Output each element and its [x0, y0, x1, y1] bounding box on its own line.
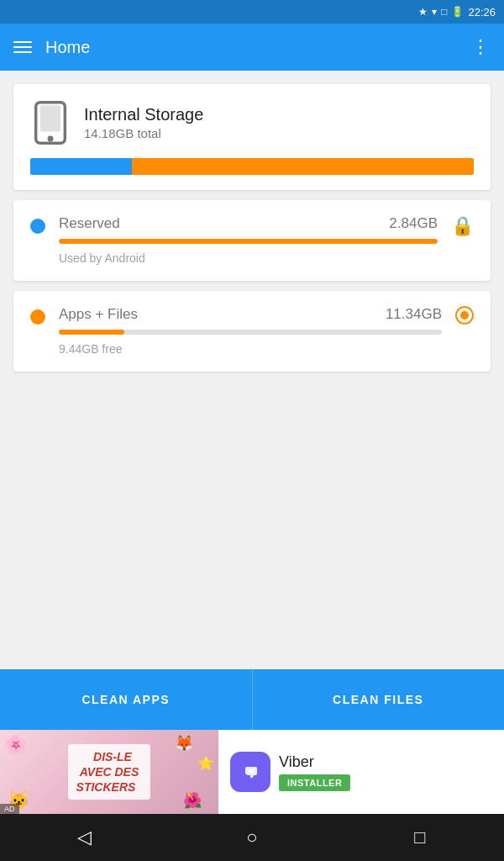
toolbar: Home ⋮ — [0, 24, 504, 71]
reserved-sublabel: Used by Android — [59, 251, 145, 265]
bar-blue-segment — [30, 158, 132, 175]
back-button[interactable]: ◁ — [59, 821, 109, 854]
reserved-progress-fill — [59, 239, 438, 244]
apps-progress — [59, 330, 442, 335]
viber-info: Viber INSTALLER — [279, 753, 492, 791]
radio-selected-icon — [455, 306, 474, 325]
storage-bar — [30, 158, 474, 175]
signal-icon: □ — [441, 6, 447, 18]
reserved-dot-icon — [30, 219, 45, 234]
status-bar: ★ ▾ □ 🔋 22:26 — [0, 0, 504, 24]
apps-row: Apps + Files 11.34GB — [59, 306, 442, 323]
reserved-progress — [59, 239, 438, 244]
viber-logo-icon — [230, 752, 270, 792]
battery-icon: 🔋 — [451, 6, 464, 18]
svg-rect-1 — [40, 105, 60, 131]
nav-bar: ◁ ○ □ — [0, 814, 504, 861]
storage-info: Internal Storage 14.18GB total — [84, 105, 203, 140]
reserved-label: Reserved — [59, 215, 120, 232]
page-title: Home — [45, 38, 458, 57]
ad-banner: 🌸 🦊 🐱 ⭐ 🌺 DIS-LEAVEC DESSTICKERS AD — [0, 730, 504, 814]
lock-icon: 🔒 — [451, 215, 474, 237]
svg-point-2 — [48, 136, 54, 142]
viber-install-button[interactable]: INSTALLER — [279, 774, 350, 791]
phone-storage-icon — [30, 99, 71, 146]
action-bar-wrapper: CLEAN APPS CLEAN FILES — [0, 669, 504, 730]
status-time: 22:26 — [468, 6, 496, 18]
action-bar: CLEAN APPS CLEAN FILES — [0, 669, 504, 730]
main-content: Internal Storage 14.18GB total Reserved … — [0, 71, 504, 385]
reserved-card[interactable]: Reserved 2.84GB Used by Android 🔒 — [13, 200, 491, 281]
ad-viber-section[interactable]: Viber INSTALLER — [218, 730, 504, 814]
storage-title: Internal Storage — [84, 105, 203, 124]
internal-storage-card: Internal Storage 14.18GB total — [13, 84, 491, 190]
radio-inner — [460, 311, 469, 320]
recents-button[interactable]: □ — [395, 821, 445, 854]
home-button[interactable]: ○ — [227, 821, 277, 854]
apps-dot-icon — [30, 309, 45, 325]
bluetooth-icon: ★ — [418, 6, 428, 18]
bar-orange-segment — [132, 158, 474, 175]
ad-sticker-bg: 🌸 🦊 🐱 ⭐ 🌺 DIS-LEAVEC DESSTICKERS — [0, 730, 218, 814]
more-options-button[interactable]: ⋮ — [471, 36, 491, 58]
storage-header: Internal Storage 14.18GB total — [30, 99, 474, 146]
clean-apps-button[interactable]: CLEAN APPS — [0, 669, 253, 730]
apps-files-card[interactable]: Apps + Files 11.34GB 9.44GB free — [13, 291, 491, 372]
reserved-body: Reserved 2.84GB Used by Android — [59, 215, 438, 266]
viber-app-name: Viber — [279, 753, 492, 771]
reserved-row: Reserved 2.84GB — [59, 215, 438, 232]
status-icons: ★ ▾ □ 🔋 22:26 — [418, 6, 496, 18]
clean-files-button[interactable]: CLEAN FILES — [253, 669, 505, 730]
apps-value: 11.34GB — [386, 306, 442, 323]
ad-sticker-text: DIS-LEAVEC DESSTICKERS — [76, 747, 143, 797]
menu-button[interactable] — [13, 41, 32, 53]
ad-label: AD — [0, 804, 19, 814]
ad-sticker-section[interactable]: 🌸 🦊 🐱 ⭐ 🌺 DIS-LEAVEC DESSTICKERS AD — [0, 730, 218, 814]
storage-total: 14.18GB total — [84, 126, 203, 140]
wifi-icon: ▾ — [432, 6, 437, 18]
apps-sublabel: 9.44GB free — [59, 342, 123, 356]
reserved-value: 2.84GB — [389, 215, 438, 232]
apps-label: Apps + Files — [59, 306, 138, 323]
apps-body: Apps + Files 11.34GB 9.44GB free — [59, 306, 442, 357]
apps-progress-fill — [59, 330, 124, 335]
